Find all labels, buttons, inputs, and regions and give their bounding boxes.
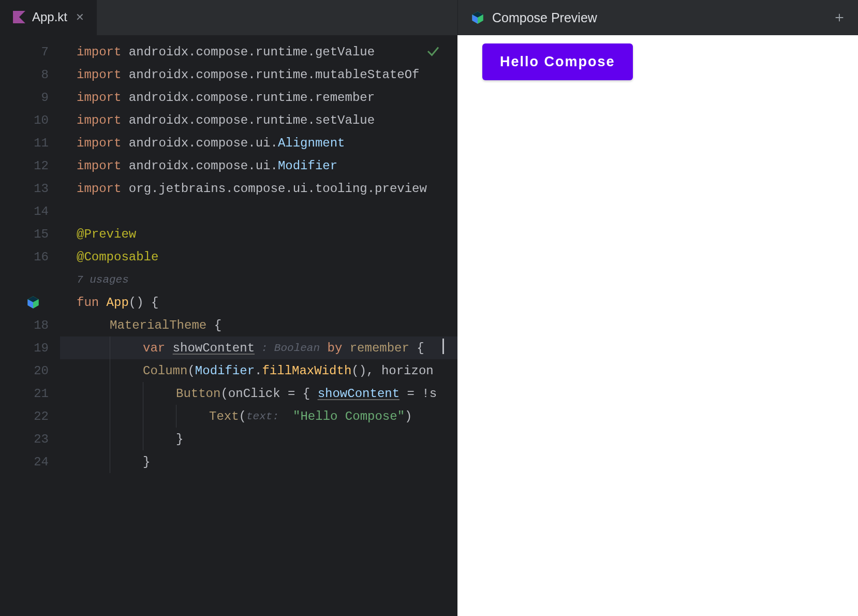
gutter-line-number[interactable]: 16 — [0, 245, 60, 268]
code-token: androidx.compose.runtime. — [129, 91, 315, 105]
code-token: androidx.compose.ui. — [129, 136, 278, 150]
code-token: Modifier — [278, 159, 337, 173]
tab-filename: App.kt — [32, 10, 67, 24]
code-token: androidx.compose.ui. — [129, 159, 278, 173]
code-line[interactable]: 7 usages — [60, 268, 457, 291]
gutter-line-number[interactable]: 21 — [0, 382, 60, 405]
code-token: } — [176, 432, 183, 446]
code-token: remember — [315, 91, 375, 105]
gutter-line-number[interactable]: 13 — [0, 177, 60, 200]
code-line[interactable] — [60, 200, 457, 223]
editor-tab-bar: App.kt ✕ — [0, 0, 457, 35]
code-token: ( — [187, 364, 195, 378]
code-token: (onClick = { — [220, 387, 317, 401]
gutter-line-number[interactable]: 14 — [0, 200, 60, 223]
compose-gutter-icon[interactable] — [26, 295, 40, 310]
editor-gutter: 7891011121314151618192021222324 — [0, 35, 60, 616]
editor-tab-app-kt[interactable]: App.kt ✕ — [0, 0, 97, 35]
code-token: by — [320, 341, 350, 355]
code-token: . — [255, 364, 262, 378]
preview-canvas[interactable]: Hello Compose — [457, 35, 858, 616]
code-token: import — [77, 159, 129, 173]
code-line[interactable]: import androidx.compose.ui.Alignment — [60, 131, 457, 154]
code-line[interactable]: import org.jetbrains.compose.ui.tooling.… — [60, 177, 457, 200]
code-line[interactable]: @Preview — [60, 223, 457, 245]
code-token: import — [77, 68, 129, 82]
code-token: MaterialTheme — [110, 318, 206, 332]
gutter-line-number[interactable]: 12 — [0, 154, 60, 177]
code-line[interactable]: import androidx.compose.runtime.getValue — [60, 40, 457, 63]
gutter-line-number[interactable]: 8 — [0, 63, 60, 86]
code-token: { — [206, 318, 221, 332]
code-token: var — [143, 341, 173, 355]
code-line[interactable]: Button(onClick = { showContent = !s — [60, 382, 457, 405]
code-token: import — [77, 45, 129, 59]
code-line[interactable]: var showContent : Boolean by remember { — [60, 336, 457, 359]
code-token: androidx.compose.runtime. — [129, 45, 315, 59]
compose-icon — [470, 10, 485, 25]
gutter-line-number[interactable]: 24 — [0, 450, 60, 473]
code-token: (), — [351, 364, 381, 378]
code-token: Text — [209, 409, 239, 423]
code-token: () { — [129, 296, 159, 310]
code-token: androidx.compose.runtime. — [129, 68, 315, 82]
gutter-line-number[interactable]: 7 — [0, 40, 60, 63]
code-line[interactable]: import androidx.compose.runtime.remember — [60, 86, 457, 109]
kotlin-file-icon — [12, 10, 26, 24]
gutter-line-number[interactable]: 23 — [0, 428, 60, 450]
editor-panel: App.kt ✕ 7891011121314151618192021222324… — [0, 0, 457, 616]
code-token: Alignment — [278, 136, 345, 150]
code-line[interactable]: } — [60, 450, 457, 473]
gutter-line-number[interactable]: 20 — [0, 359, 60, 382]
code-token: "Hello Compose" — [286, 409, 405, 423]
code-line[interactable]: import androidx.compose.runtime.setValue — [60, 109, 457, 131]
code-token: showContent — [173, 341, 255, 355]
code-token: @Composable — [77, 250, 158, 264]
code-token: setValue — [315, 113, 375, 127]
code-token: Column — [143, 364, 187, 378]
code-token: : Boolean — [255, 342, 320, 354]
code-token: horizon — [381, 364, 434, 378]
code-token: fillMaxWidth — [262, 364, 351, 378]
code-token: import — [77, 113, 129, 127]
gutter-line-number[interactable]: 19 — [0, 336, 60, 359]
code-token: ( — [239, 409, 246, 423]
gutter-line-number[interactable] — [0, 268, 60, 291]
compose-preview-tab[interactable]: Compose Preview — [458, 0, 610, 35]
editor-body[interactable]: 7891011121314151618192021222324 import a… — [0, 35, 457, 616]
gutter-line-number[interactable]: 18 — [0, 314, 60, 336]
gutter-line-number[interactable]: 22 — [0, 405, 60, 428]
code-token: import — [77, 182, 129, 196]
gutter-line-number[interactable]: 10 — [0, 109, 60, 131]
code-token: } — [143, 455, 150, 469]
code-token: showContent — [318, 387, 400, 401]
code-area[interactable]: import androidx.compose.runtime.getValue… — [60, 35, 457, 616]
code-token: 7 usages — [77, 274, 129, 286]
close-tab-icon[interactable]: ✕ — [73, 10, 86, 24]
gutter-line-number[interactable]: 9 — [0, 86, 60, 109]
code-line[interactable]: @Composable — [60, 245, 457, 268]
code-line[interactable]: import androidx.compose.ui.Modifier — [60, 154, 457, 177]
code-line[interactable]: Column(Modifier.fillMaxWidth(), horizon — [60, 359, 457, 382]
plus-icon — [834, 12, 845, 23]
preview-hello-button: Hello Compose — [482, 43, 633, 80]
preview-tab-title: Compose Preview — [492, 10, 597, 25]
gutter-line-number[interactable]: 15 — [0, 223, 60, 245]
add-tab-button[interactable] — [825, 3, 854, 32]
code-line[interactable]: import androidx.compose.runtime.mutableS… — [60, 63, 457, 86]
gutter-line-number[interactable]: 11 — [0, 131, 60, 154]
code-line[interactable]: MaterialTheme { — [60, 314, 457, 336]
gutter-line-number[interactable] — [0, 291, 60, 314]
code-token: org.jetbrains.compose.ui.tooling.preview — [129, 182, 427, 196]
code-token: androidx.compose.runtime. — [129, 113, 315, 127]
code-token: import — [77, 136, 129, 150]
code-token: Button — [176, 387, 220, 401]
code-line[interactable]: } — [60, 428, 457, 450]
code-token: = !s — [400, 387, 437, 401]
code-line[interactable]: Text(text: "Hello Compose") — [60, 405, 457, 428]
preview-panel: Compose Preview Hello Compose — [457, 0, 858, 616]
code-token: import — [77, 91, 129, 105]
code-token: getValue — [315, 45, 375, 59]
text-caret — [442, 339, 444, 354]
code-line[interactable]: fun App() { — [60, 291, 457, 314]
